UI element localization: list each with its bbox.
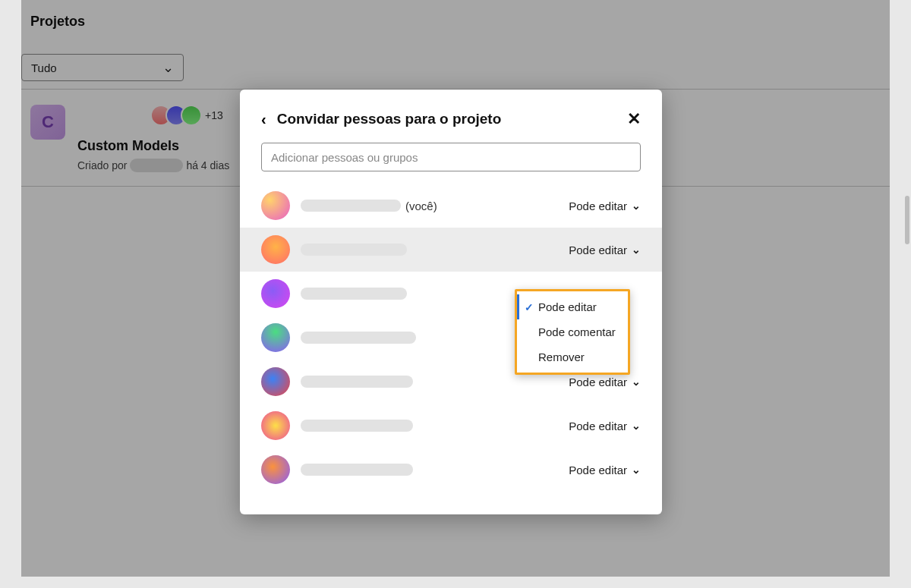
member-name-redacted: [301, 376, 413, 388]
member-name: [301, 244, 569, 256]
permission-menu-item-remove[interactable]: Remover: [517, 344, 628, 369]
avatar: [261, 411, 290, 440]
member-name-redacted: [301, 200, 401, 212]
avatar: [261, 367, 290, 396]
avatar: [261, 235, 290, 264]
permission-label: Pode editar: [569, 244, 627, 256]
chevron-down-icon: ⌄: [632, 376, 641, 388]
permission-dropdown[interactable]: Pode editar⌄: [569, 244, 641, 256]
chevron-down-icon: ⌄: [632, 244, 641, 256]
check-icon: [525, 301, 538, 313]
permission-dropdown[interactable]: Pode editar⌄: [569, 200, 641, 212]
avatar: [261, 279, 290, 308]
member-name: [301, 420, 569, 432]
permission-label: Pode editar: [569, 200, 627, 212]
member-row[interactable]: Pode editar⌄: [240, 448, 662, 492]
permission-menu-label: Pode comentar: [538, 325, 617, 338]
member-name-redacted: [301, 464, 413, 476]
permission-label: Pode editar: [569, 420, 627, 432]
permission-menu: Pode editar Pode comentar Remover: [515, 289, 630, 375]
back-button[interactable]: ‹: [261, 111, 266, 128]
chevron-down-icon: ⌄: [632, 420, 641, 432]
close-button[interactable]: ✕: [627, 109, 641, 129]
avatar: [261, 323, 290, 352]
permission-menu-label: Pode editar: [538, 300, 617, 313]
member-name-redacted: [301, 244, 407, 256]
permission-menu-label: Remover: [538, 351, 617, 363]
modal-title: Convidar pessoas para o projeto: [277, 111, 627, 127]
member-row[interactable]: (você)Pode editar⌄: [240, 184, 662, 228]
permission-label: Pode editar: [569, 464, 627, 476]
avatar: [261, 191, 290, 220]
permission-label: Pode editar: [569, 376, 627, 388]
member-name: [301, 376, 569, 388]
member-name: (você): [301, 200, 569, 212]
member-row[interactable]: Pode editar⌄: [240, 404, 662, 448]
permission-menu-item-edit[interactable]: Pode editar: [517, 294, 628, 319]
member-name-redacted: [301, 288, 407, 300]
member-name: [301, 464, 569, 476]
scrollbar-thumb[interactable]: [905, 196, 909, 244]
permission-dropdown[interactable]: Pode editar⌄: [569, 376, 641, 388]
member-name-redacted: [301, 420, 413, 432]
permission-dropdown[interactable]: Pode editar⌄: [569, 420, 641, 432]
member-name-redacted: [301, 332, 416, 344]
member-row[interactable]: Pode editar⌄: [240, 228, 662, 272]
you-badge: (você): [405, 200, 437, 212]
chevron-down-icon: ⌄: [632, 464, 641, 476]
permission-dropdown[interactable]: Pode editar⌄: [569, 464, 641, 476]
chevron-down-icon: ⌄: [632, 200, 641, 212]
permission-menu-item-comment[interactable]: Pode comentar: [517, 319, 628, 344]
add-people-input[interactable]: [261, 143, 641, 171]
avatar: [261, 455, 290, 484]
